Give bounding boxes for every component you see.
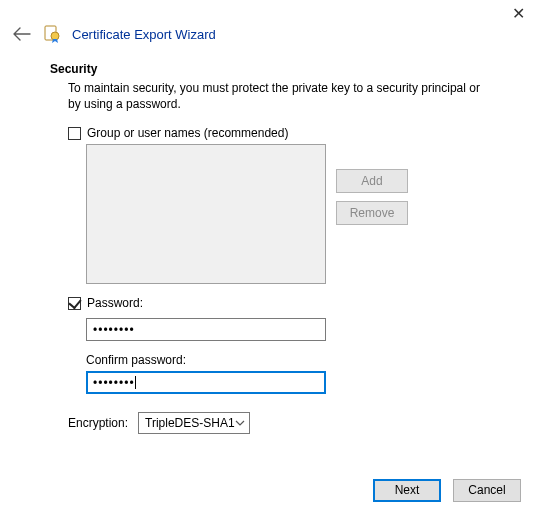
group-names-label: Group or user names (recommended) [87, 126, 288, 140]
remove-button: Remove [336, 201, 408, 225]
section-description: To maintain security, you must protect t… [50, 80, 485, 126]
back-arrow-icon[interactable] [12, 24, 32, 44]
wizard-header: Certificate Export Wizard [0, 0, 535, 52]
section-title: Security [50, 62, 485, 80]
add-button: Add [336, 169, 408, 193]
encryption-select[interactable]: TripleDES-SHA1 [138, 412, 250, 434]
password-checkbox[interactable] [68, 297, 81, 310]
svg-point-1 [51, 32, 59, 40]
chevron-down-icon [235, 420, 245, 426]
password-value: •••••••• [93, 323, 135, 337]
next-button[interactable]: Next [373, 479, 441, 502]
confirm-password-label: Confirm password: [86, 353, 485, 367]
close-icon[interactable]: ✕ [512, 4, 525, 23]
password-label: Password: [87, 296, 143, 310]
password-input[interactable]: •••••••• [86, 318, 326, 341]
encryption-label: Encryption: [68, 416, 128, 430]
certificate-icon [42, 24, 62, 44]
group-names-listbox[interactable] [86, 144, 326, 284]
confirm-password-value: •••••••• [93, 376, 135, 390]
group-names-checkbox[interactable] [68, 127, 81, 140]
encryption-value: TripleDES-SHA1 [145, 416, 235, 430]
confirm-password-input[interactable]: •••••••• [86, 371, 326, 394]
wizard-title: Certificate Export Wizard [72, 27, 216, 42]
cancel-button[interactable]: Cancel [453, 479, 521, 502]
